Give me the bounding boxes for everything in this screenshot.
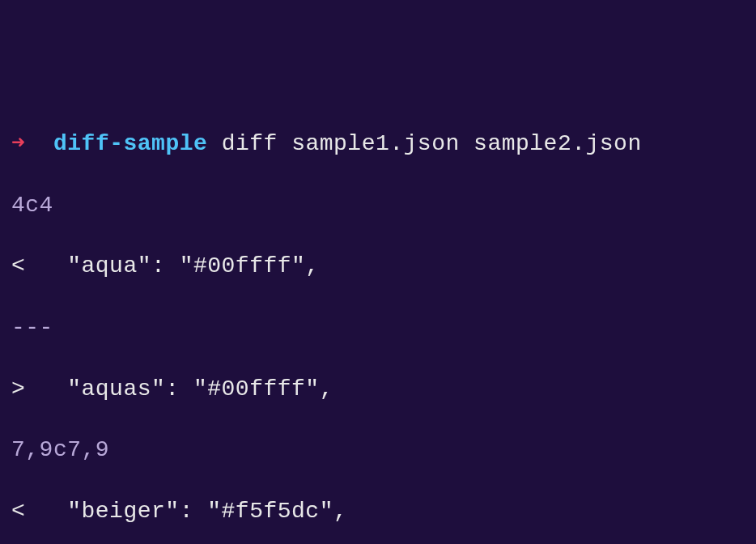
command-text: diff sample1.json sample2.json xyxy=(222,131,642,156)
diff-output-line: --- xyxy=(11,312,745,343)
diff-output-line: > "aquas": "#00ffff", xyxy=(11,374,745,405)
diff-output-line: 7,9c7,9 xyxy=(11,435,745,465)
diff-output-line: 4c4 xyxy=(11,190,745,221)
prompt-arrow-icon: ➜ xyxy=(11,131,25,156)
diff-output-line: < "beiger": "#f5f5dc", xyxy=(11,496,745,527)
terminal-prompt-line[interactable]: ➜ diff-sample diff sample1.json sample2.… xyxy=(11,129,745,159)
diff-output-line: < "aqua": "#00ffff", xyxy=(11,251,745,282)
prompt-directory: diff-sample xyxy=(53,131,207,156)
